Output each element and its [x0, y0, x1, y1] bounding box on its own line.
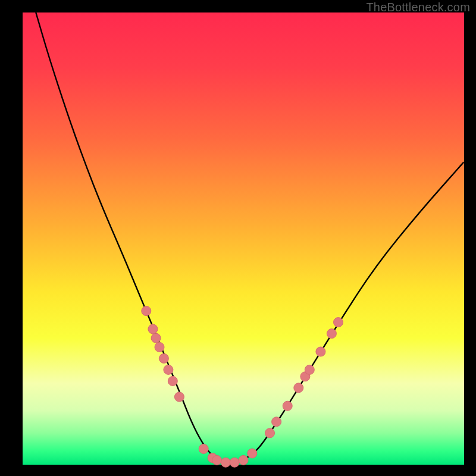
data-marker	[294, 383, 303, 393]
marker-group	[142, 306, 343, 468]
data-marker	[151, 333, 161, 343]
chart-frame: TheBottleneck.com	[0, 0, 476, 476]
data-marker	[159, 353, 168, 363]
data-marker	[316, 347, 325, 356]
plot-area	[23, 12, 464, 465]
data-marker	[155, 342, 164, 352]
data-marker	[283, 401, 292, 411]
data-marker	[168, 376, 177, 386]
data-marker	[199, 444, 208, 453]
data-marker	[327, 329, 336, 339]
data-marker	[148, 324, 158, 334]
bottleneck-chart-svg	[23, 12, 464, 465]
data-marker	[334, 318, 343, 327]
bottleneck-curve	[36, 12, 464, 465]
data-marker	[272, 417, 281, 427]
data-marker	[221, 458, 230, 467]
data-marker	[239, 455, 248, 465]
data-marker	[142, 306, 151, 316]
data-marker	[174, 392, 184, 402]
data-marker	[305, 365, 314, 374]
data-marker	[230, 458, 239, 467]
data-marker	[212, 455, 222, 465]
data-marker	[164, 365, 173, 374]
data-marker	[248, 449, 257, 458]
data-marker	[265, 428, 275, 438]
